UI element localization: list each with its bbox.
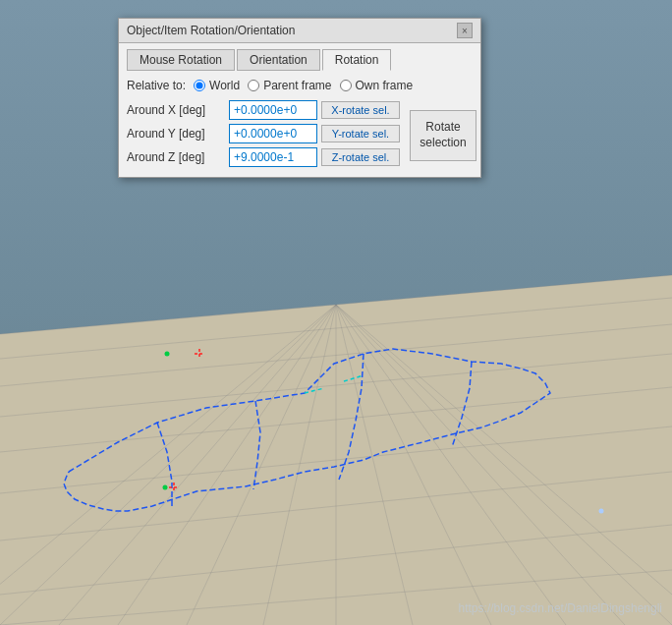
svg-point-28 [165,352,170,357]
tab-bar: Mouse Rotation Orientation Rotation [127,49,473,71]
svg-point-30 [599,509,604,514]
radio-parent-input[interactable] [248,80,259,91]
rotation-dialog: Object/Item Rotation/Orientation × Mouse… [118,18,481,178]
field-y-input[interactable] [229,124,317,143]
radio-world-input[interactable] [194,80,205,91]
fields-area: Around X [deg] X-rotate sel. Around Y [d… [127,100,473,171]
z-rotate-sel-button[interactable]: Z-rotate sel. [321,148,400,166]
radio-world-label: World [209,79,240,92]
x-rotate-sel-button[interactable]: X-rotate sel. [321,101,400,119]
field-row-x: Around X [deg] X-rotate sel. [127,100,400,120]
field-x-label: Around X [deg] [127,103,225,117]
radio-own[interactable]: Own frame [340,79,414,92]
field-z-input[interactable] [229,147,317,167]
rotate-selection-button[interactable]: Rotateselection [410,110,476,161]
3d-viewport: https://blog.csdn.net/DanielDingshengli … [0,0,672,625]
relative-to-row: Relative to: World Parent frame Own fram… [127,79,473,92]
dialog-titlebar: Object/Item Rotation/Orientation × [119,19,480,43]
watermark-text: https://blog.csdn.net/DanielDingshengli [459,601,662,615]
dialog-close-button[interactable]: × [457,23,473,38]
tab-mouse-rotation[interactable]: Mouse Rotation [127,49,235,71]
svg-point-29 [163,485,168,490]
field-x-input[interactable] [229,100,317,120]
field-row-z: Around Z [deg] Z-rotate sel. [127,147,400,167]
rotate-selection-button-container: Rotateselection [406,100,476,171]
radio-parent-label: Parent frame [263,79,331,92]
y-rotate-sel-button[interactable]: Y-rotate sel. [321,125,400,142]
radio-own-label: Own frame [356,79,414,92]
dialog-title: Object/Item Rotation/Orientation [127,24,295,37]
field-z-label: Around Z [deg] [127,150,225,164]
fields-left: Around X [deg] X-rotate sel. Around Y [d… [127,100,400,171]
radio-parent[interactable]: Parent frame [248,79,331,92]
field-y-label: Around Y [deg] [127,127,225,141]
tab-rotation[interactable]: Rotation [322,49,392,71]
radio-world[interactable]: World [194,79,240,92]
field-row-y: Around Y [deg] Y-rotate sel. [127,124,400,143]
radio-own-input[interactable] [340,80,352,91]
dialog-body: Mouse Rotation Orientation Rotation Rela… [119,43,480,177]
tab-orientation[interactable]: Orientation [237,49,320,71]
relative-to-label: Relative to: [127,79,186,92]
